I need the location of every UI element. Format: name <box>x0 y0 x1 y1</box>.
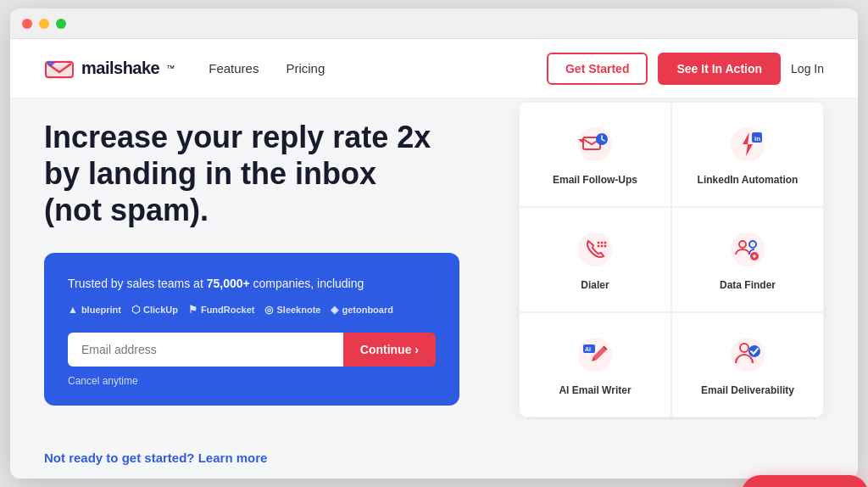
svg-point-12 <box>598 244 600 247</box>
deliverability-icon <box>726 333 769 376</box>
traffic-light-green[interactable] <box>56 19 66 29</box>
get-started-button[interactable]: Get Started <box>547 53 648 85</box>
ai-writer-icon: AI <box>574 333 616 376</box>
logo-tm: ™ <box>166 64 175 73</box>
cta-box: Trusted by sales teams at 75,000+ compan… <box>44 253 459 406</box>
data-finder-icon <box>726 228 769 271</box>
svg-point-9 <box>598 241 600 244</box>
feature-card-dialer[interactable]: Dialer <box>519 207 671 312</box>
logo-area[interactable]: mailshake™ <box>44 53 175 84</box>
logo-text: mailshake <box>81 59 159 78</box>
email-input[interactable] <box>68 333 343 367</box>
nav-link-pricing[interactable]: Pricing <box>286 61 325 76</box>
feature-label-dialer: Dialer <box>581 279 609 291</box>
feature-card-ai-writer[interactable]: AI AI Email Writer <box>519 312 671 417</box>
email-form: Continue › <box>68 333 436 367</box>
svg-point-8 <box>578 232 612 266</box>
company-logo-clickup: ⬡ ClickUp <box>131 304 178 316</box>
company-logos: ▲ blueprint ⬡ ClickUp ⚑ FundRocket ◎ Sle… <box>68 304 436 316</box>
bottom-area: Not ready to get started? Learn more See… <box>10 420 858 479</box>
svg-text:AI: AI <box>585 346 591 352</box>
company-logo-sleeknote: ◎ Sleeknote <box>264 304 320 316</box>
see-it-in-action-float-button[interactable]: See it in Action <box>742 475 858 479</box>
mailshake-logo-icon <box>44 53 75 84</box>
svg-point-10 <box>601 241 604 244</box>
svg-point-14 <box>604 244 607 247</box>
cancel-text: Cancel anytime <box>68 375 436 387</box>
feature-label-email-followups: Email Follow-Ups <box>553 174 637 186</box>
traffic-light-red[interactable] <box>22 19 32 29</box>
svg-point-11 <box>604 241 607 244</box>
hero-heading: Increase your reply rate 2x by landing i… <box>44 119 434 229</box>
feature-card-linkedin[interactable]: in LinkedIn Automation <box>671 102 824 207</box>
feature-card-email-followups[interactable]: Email Follow-Ups <box>519 102 671 207</box>
right-section: Email Follow-Ups in <box>519 98 824 420</box>
continue-button[interactable]: Continue › <box>343 333 436 367</box>
company-logo-blueprint: ▲ blueprint <box>68 304 121 316</box>
company-logo-fundrocket: ⚑ FundRocket <box>188 304 255 316</box>
feature-label-deliverability: Email Deliverability <box>701 384 794 396</box>
svg-point-13 <box>601 244 604 247</box>
email-followup-icon <box>574 123 616 165</box>
navbar: mailshake™ Features Pricing Get Started … <box>10 39 858 98</box>
feature-label-linkedin: LinkedIn Automation <box>698 174 798 186</box>
svg-point-15 <box>731 232 765 266</box>
left-section: Increase your reply rate 2x by landing i… <box>44 98 485 420</box>
browser-titlebar <box>10 8 858 39</box>
learn-more-link[interactable]: Not ready to get started? Learn more <box>44 434 267 465</box>
company-logo-getonboard: ◈ getonboard <box>331 304 393 316</box>
main-body: Increase your reply rate 2x by landing i… <box>10 98 858 420</box>
nav-link-features[interactable]: Features <box>209 61 259 76</box>
trusted-text: Trusted by sales teams at 75,000+ compan… <box>68 277 436 290</box>
svg-text:in: in <box>754 135 760 143</box>
traffic-light-yellow[interactable] <box>39 19 49 29</box>
dialer-icon <box>574 228 616 271</box>
feature-card-data-finder[interactable]: Data Finder <box>671 207 824 312</box>
feature-card-deliverability[interactable]: Email Deliverability <box>671 312 824 417</box>
page-content: mailshake™ Features Pricing Get Started … <box>10 39 858 479</box>
see-it-in-action-nav-button[interactable]: See It In Action <box>658 53 781 85</box>
login-button[interactable]: Log In <box>791 62 824 76</box>
feature-label-ai-writer: AI Email Writer <box>559 384 631 396</box>
linkedin-icon: in <box>726 123 769 165</box>
nav-links: Features Pricing <box>209 61 547 76</box>
feature-label-data-finder: Data Finder <box>720 279 776 291</box>
nav-actions: Get Started See It In Action Log In <box>547 53 824 85</box>
features-grid: Email Follow-Ups in <box>519 102 824 417</box>
